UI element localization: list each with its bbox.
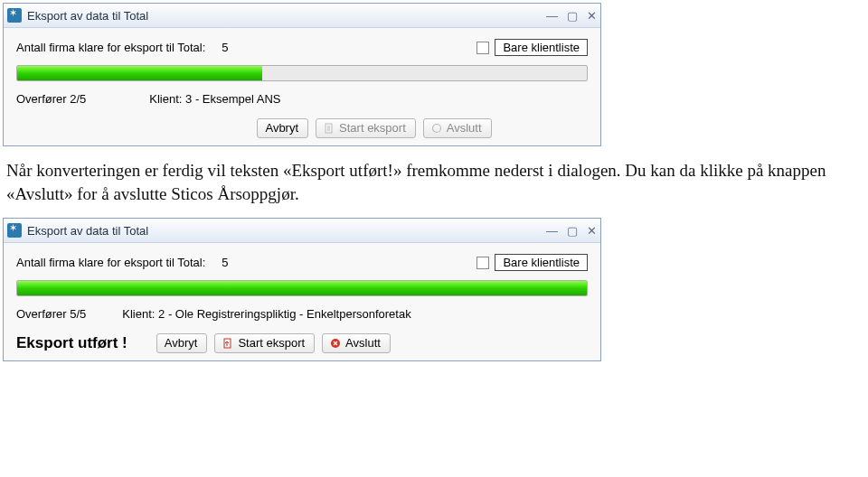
circle-icon [431,123,442,134]
export-dialog-in-progress: Eksport av data til Total — ▢ ✕ Antall f… [3,3,601,146]
start-label: Start eksport [339,121,406,135]
count-label: Antall firma klare for eksport til Total… [16,256,205,269]
transfer-status: Overfører 2/5 [16,92,86,106]
export-dialog-done: Eksport av data til Total — ▢ ✕ Antall f… [3,218,601,361]
app-icon [7,8,22,23]
close-label: Avslutt [345,336,381,350]
count-label: Antall firma klare for eksport til Total… [16,41,205,54]
close-button[interactable]: Avslutt [322,333,391,353]
window-title: Eksport av data til Total [27,9,546,23]
maximize-icon[interactable]: ▢ [567,9,578,23]
app-icon [7,223,22,238]
klientliste-label: Bare klientliste [495,254,588,271]
klientliste-checkbox[interactable] [476,42,489,54]
maximize-icon[interactable]: ▢ [567,224,578,238]
start-label: Start eksport [238,336,305,350]
close-button: Avslutt [423,118,492,138]
document-icon [324,123,335,134]
close-icon[interactable]: ✕ [587,9,597,23]
progress-bar [16,280,588,296]
instruction-paragraph: Når konverteringen er ferdig vil teksten… [6,159,838,205]
cancel-button[interactable]: Avbryt [156,333,208,353]
window-title: Eksport av data til Total [27,224,546,238]
cancel-label: Avbryt [265,121,298,135]
minimize-icon[interactable]: — [546,224,558,238]
klientliste-checkbox[interactable] [476,257,489,269]
start-export-button[interactable]: Start eksport [214,333,315,353]
cancel-label: Avbryt [165,336,198,350]
close-label: Avslutt [447,121,482,135]
klientliste-label: Bare klientliste [495,39,588,56]
count-value: 5 [222,41,228,54]
done-status: Eksport utført ! [16,334,127,352]
transfer-status: Overfører 5/5 [16,307,86,321]
titlebar: Eksport av data til Total — ▢ ✕ [4,4,600,28]
close-icon[interactable]: ✕ [587,224,597,238]
minimize-icon[interactable]: — [546,9,558,23]
cancel-button[interactable]: Avbryt [257,118,308,138]
client-status: Klient: 3 - Eksempel ANS [149,92,280,106]
count-value: 5 [222,256,228,269]
close-circle-icon [330,338,341,349]
document-arrow-icon [222,338,233,349]
svg-point-1 [432,124,440,132]
start-export-button: Start eksport [316,118,416,138]
progress-bar [16,65,588,81]
client-status: Klient: 2 - Ole Registreringspliktig - E… [122,307,410,321]
titlebar: Eksport av data til Total — ▢ ✕ [4,219,600,243]
